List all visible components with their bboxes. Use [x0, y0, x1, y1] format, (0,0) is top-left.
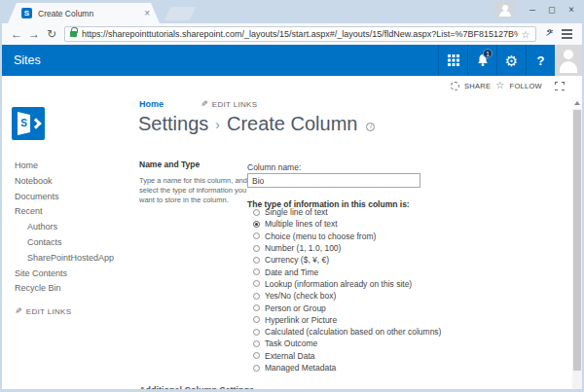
pencil-icon: ✎ [15, 307, 22, 316]
app-launcher-grid-icon [448, 54, 451, 57]
radio-button-icon[interactable] [253, 365, 260, 372]
new-tab-button[interactable] [164, 7, 197, 20]
radio-button-icon[interactable] [253, 293, 260, 300]
sharepoint-favicon-icon: S [21, 8, 32, 18]
logo-letter: S [18, 118, 29, 128]
sidebar: S Home Notebook Docume [2, 76, 130, 389]
column-type-option[interactable]: Currency ($, ¥, €) [253, 254, 441, 266]
pencil-icon: ✎ [201, 100, 208, 109]
sites-link[interactable]: Sites [14, 53, 438, 67]
column-type-option[interactable]: Task Outcome [253, 338, 441, 349]
column-type-option[interactable]: Calculated (calculation based on other c… [253, 326, 441, 338]
radio-button-icon[interactable] [253, 352, 260, 359]
settings-button[interactable]: ⚙ [496, 45, 526, 76]
column-type-option[interactable]: Single line of text [253, 206, 441, 218]
back-button[interactable]: ← [8, 28, 25, 40]
sidebar-nav-item[interactable]: Site Contents [15, 268, 114, 284]
sidebar-nav-item[interactable]: Home [15, 160, 114, 176]
user-avatar[interactable] [555, 45, 582, 76]
avatar-person-icon [564, 50, 573, 59]
help-button[interactable]: ? [526, 45, 555, 76]
browser-toolbar: ← → ↻ https://sharepointtutorials.sharep… [2, 23, 582, 45]
column-type-option[interactable]: Managed Metadata [253, 362, 441, 374]
extension-icon[interactable]: 𝄢 [544, 28, 553, 40]
breadcrumb-home-link[interactable]: Home [139, 99, 164, 109]
browser-window: S Create Column × – □ × ← → ↻ https://sh… [0, 0, 584, 392]
scrollbar-thumb[interactable] [573, 110, 581, 371]
reload-button[interactable]: ↻ [43, 28, 60, 40]
main-content: Home ✎ EDIT LINKS Settings › Create Colu… [138, 76, 568, 389]
tab-title: Create Column [38, 9, 138, 18]
sidebar-nav-item[interactable]: Notebook [15, 176, 114, 192]
radio-button-icon[interactable] [253, 209, 260, 216]
column-name-label: Column name: [247, 162, 301, 172]
column-type-option[interactable]: Number (1, 1.0, 100) [253, 242, 441, 254]
sidebar-nav: Home Notebook Documents Recent [15, 160, 114, 299]
sidebar-nav-item[interactable]: Contacts [15, 237, 114, 253]
sidebar-edit-links[interactable]: ✎ EDIT LINKS [15, 307, 71, 316]
radio-button-icon[interactable] [253, 316, 260, 323]
notification-badge: 1 [483, 49, 493, 58]
section-description: Type a name for this column, and select … [139, 176, 248, 204]
minimize-button[interactable]: – [529, 5, 535, 15]
column-type-options: Single line of text Multiple lines of te… [253, 206, 441, 374]
address-bar[interactable]: https://sharepointtutorials.sharepoint.c… [64, 26, 536, 42]
gear-icon: ⚙ [505, 53, 518, 68]
maximize-button[interactable]: □ [549, 5, 555, 15]
help-icon: ? [537, 53, 545, 68]
browser-profile-icon[interactable] [494, 2, 516, 18]
browser-tab[interactable]: S Create Column × [8, 3, 160, 23]
browser-menu-icon[interactable] [562, 29, 572, 39]
radio-button-icon[interactable] [253, 304, 260, 311]
sidebar-nav-item[interactable]: Documents [15, 192, 114, 207]
section-title: Name and Type [139, 160, 200, 169]
suite-bar: Sites 1 ⚙ ? [2, 45, 582, 76]
page-title: Settings › Create Column i [138, 113, 375, 135]
sidebar-nav-item[interactable]: SharePointHostedApp [15, 253, 114, 268]
radio-button-icon[interactable] [253, 340, 260, 347]
logo-chevron-icon [30, 118, 41, 128]
column-type-option[interactable]: Date and Time [253, 266, 441, 277]
radio-button-icon[interactable] [253, 280, 260, 287]
sidebar-nav-item[interactable]: Recycle Bin [15, 283, 114, 299]
url-text[interactable]: https://sharepointtutorials.sharepoint.c… [82, 29, 518, 39]
column-type-option[interactable]: Yes/No (check box) [253, 290, 441, 302]
radio-button-icon[interactable] [253, 245, 260, 252]
column-name-input[interactable] [247, 173, 420, 188]
info-icon[interactable]: i [366, 123, 375, 131]
title-create-column: Create Column [227, 113, 358, 135]
sharepoint-logo[interactable]: S [12, 107, 45, 140]
breadcrumb-edit-links[interactable]: ✎ EDIT LINKS [201, 100, 257, 109]
tab-close-icon[interactable]: × [144, 9, 150, 18]
sidebar-nav-item[interactable]: Recent [15, 206, 114, 222]
forward-button[interactable]: → [25, 28, 43, 40]
column-type-option[interactable]: Person or Group [253, 302, 441, 313]
radio-button-icon[interactable] [253, 268, 260, 275]
notifications-button[interactable]: 1 [467, 45, 496, 76]
column-type-option[interactable]: Multiple lines of text [253, 218, 441, 230]
sidebar-nav-item[interactable]: Authors [15, 222, 114, 237]
title-separator: › [215, 117, 220, 132]
app-launcher-button[interactable] [438, 45, 467, 76]
column-type-option[interactable]: Hyperlink or Picture [253, 314, 441, 326]
bookmark-star-icon[interactable]: ☆ [522, 29, 530, 40]
https-lock-icon[interactable] [70, 31, 77, 37]
radio-button-icon[interactable] [253, 329, 260, 336]
radio-button-icon[interactable] [253, 232, 260, 239]
page-scrollbar[interactable] [572, 97, 582, 389]
column-type-option[interactable]: Lookup (information already on this site… [253, 278, 441, 290]
breadcrumb: Home ✎ EDIT LINKS [139, 99, 257, 109]
tab-strip: S Create Column × – □ × [2, 0, 582, 23]
page-body: SHARE ☆ FOLLOW S Home [2, 76, 582, 389]
radio-button-icon[interactable] [253, 221, 260, 228]
column-type-option[interactable]: External Data [253, 350, 441, 362]
scrollbar-up-arrow-icon[interactable] [572, 97, 582, 109]
title-settings[interactable]: Settings [138, 113, 208, 135]
radio-button-icon[interactable] [253, 257, 260, 264]
next-section-title: Additional Column Settings [139, 385, 254, 389]
close-window-button[interactable]: × [568, 5, 574, 15]
column-type-option[interactable]: Choice (menu to choose from) [253, 231, 441, 242]
